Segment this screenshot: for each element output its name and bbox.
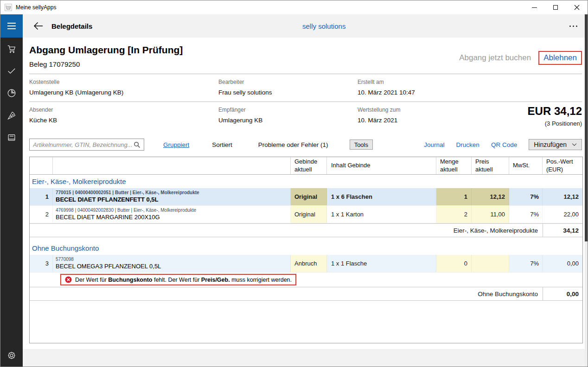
cell-gebinde[interactable]: Anbruch: [291, 255, 327, 272]
meta-label-empfaenger: Empfänger: [218, 107, 358, 113]
gear-icon: [6, 350, 17, 361]
table-header-row: Gebinde aktuell Inhalt Gebinde Menge akt…: [30, 157, 582, 175]
cell-wert: 12,12: [543, 188, 582, 205]
sidebar: [0, 38, 23, 367]
cell-inhalt: 1 x 6 Flaschen: [327, 188, 436, 205]
main-content: Abgang Umlagerung [In Prüfung] Beleg 170…: [23, 38, 588, 367]
cell-gebinde[interactable]: Original: [291, 188, 327, 205]
cell-preis[interactable]: 12,12: [472, 188, 509, 205]
print-link[interactable]: Drucken: [456, 141, 479, 148]
row-number: 2: [30, 206, 53, 223]
brand-label: selly solutions: [302, 22, 345, 30]
col-inhalt: Inhalt Gebinde: [327, 157, 436, 174]
add-button[interactable]: Hinzufügen: [529, 139, 582, 150]
minimize-button[interactable]: [524, 0, 545, 14]
cell-wert: 0,00: [543, 255, 582, 272]
cell-wert: 22,00: [543, 206, 582, 223]
article-name: BECEL DIAET MARGARINE 200X10G: [56, 213, 196, 221]
back-button[interactable]: [33, 21, 44, 31]
meta-label-absender: Absender: [29, 107, 218, 113]
error-icon: [65, 276, 72, 283]
appbar: Belegdetails selly solutions: [0, 14, 588, 38]
sidebar-item-reports[interactable]: [6, 88, 17, 98]
article-meta: 5770098: [56, 256, 161, 263]
back-icon: [33, 21, 44, 31]
subtotal-label: Eier-, Käse-, Molkereiprodukte: [30, 227, 543, 234]
maximize-button[interactable]: [545, 0, 566, 14]
position-count: (3 Positionen): [497, 120, 582, 127]
filter-sorted[interactable]: Sortiert: [212, 141, 232, 148]
cell-preis[interactable]: [472, 255, 509, 272]
footer-bar: [23, 349, 588, 367]
col-preis: Preis aktuell: [472, 157, 509, 174]
search-input[interactable]: [33, 141, 134, 148]
more-icon: [569, 25, 571, 27]
filter-problems[interactable]: Probleme oder Fehler (1): [258, 141, 328, 148]
article-name: BECEL DIAET PFLANZENFETT 0,5L: [56, 196, 199, 204]
search-icon[interactable]: [134, 141, 141, 148]
meta-row-2: Absender Küche KB Empfänger Umlagerung K…: [29, 102, 582, 133]
table-row[interactable]: 1 770015 | 04000400002051 | Butter | Eie…: [30, 188, 582, 206]
group-subtotal-row: Eier-, Käse-, Molkereiprodukte 34,12: [30, 223, 582, 237]
document-number: Beleg 17079250: [29, 60, 183, 68]
cell-preis[interactable]: 11,00: [472, 206, 509, 223]
sidebar-item-journal[interactable]: [6, 133, 17, 143]
menu-icon: [7, 23, 16, 24]
chevron-down-icon: [572, 143, 577, 146]
check-icon: [6, 66, 17, 76]
sidebar-item-food[interactable]: [6, 110, 17, 120]
cart-icon: [6, 44, 17, 54]
qrcode-link[interactable]: QR Code: [491, 141, 517, 148]
meta-value-absender: Küche KB: [29, 117, 218, 124]
meta-value-erstellt: 10. März 2021 10:47: [358, 89, 497, 96]
table-row[interactable]: 2 4769998 | 04000492002830 | Butter | Ei…: [30, 206, 582, 223]
group-subtotal-row: Ohne Buchungskonto 0,00: [30, 287, 582, 301]
close-button[interactable]: [566, 0, 588, 14]
col-wert: Pos.-Wert (EUR): [543, 157, 582, 174]
document-title: Abgang Umlagerung [In Prüfung]: [29, 44, 183, 56]
journal-link[interactable]: Journal: [424, 141, 444, 148]
article-meta: 4769998 | 04000492002830 | Butter | Eier…: [56, 207, 196, 214]
tools-button[interactable]: Tools: [350, 139, 373, 150]
meta-label-kostenstelle: Kostenstelle: [29, 79, 218, 85]
search-box: [29, 139, 144, 151]
book-icon: [6, 133, 17, 143]
cell-menge[interactable]: 2: [436, 206, 472, 223]
meta-label-erstellt: Erstellt am: [358, 79, 497, 85]
window-title: Meine sellyApps: [16, 4, 56, 11]
reject-button[interactable]: Ablehnen: [538, 51, 582, 65]
filter-grouped[interactable]: Gruppiert: [163, 141, 189, 148]
cell-menge[interactable]: 1: [436, 188, 472, 205]
article-name: BECEL OMEGA3 PFLANZENOEL 0,5L: [56, 262, 161, 271]
book-now-button[interactable]: Abgang jetzt buchen: [459, 53, 531, 63]
close-icon: [574, 5, 580, 10]
minimize-icon: [532, 7, 537, 8]
col-mwst: MwSt.: [509, 157, 543, 174]
document-total: EUR 34,12: [497, 105, 582, 118]
maximize-icon: [553, 5, 558, 10]
meta-value-wertstellung: 10. März 2021: [358, 117, 497, 124]
positions-table: Gebinde aktuell Inhalt Gebinde Menge akt…: [29, 157, 583, 343]
scrollbar-thumb[interactable]: [585, 14, 588, 241]
article-meta: 770015 | 04000400002051 | Butter | Eier-…: [56, 190, 199, 196]
toolbar: Gruppiert Sortiert Probleme oder Fehler …: [29, 138, 582, 151]
group-header-molkereiprodukte: Eier-, Käse-, Molkereiprodukte: [30, 175, 582, 188]
col-gebinde: Gebinde aktuell: [291, 157, 327, 174]
sidebar-item-cart[interactable]: [6, 44, 17, 54]
app-logo-icon: [5, 4, 12, 11]
titlebar: Meine sellyApps: [0, 0, 588, 14]
cell-menge[interactable]: 0: [436, 255, 472, 272]
vertical-scrollbar: [585, 14, 588, 367]
meta-row-1: Kostenstelle Umlagerung KB (Umlagerung K…: [29, 74, 582, 102]
settings-button[interactable]: [6, 350, 17, 361]
sidebar-item-tasks[interactable]: [6, 66, 17, 76]
meta-label-wertstellung: Wertstellung zum: [358, 107, 497, 113]
cell-gebinde[interactable]: Original: [291, 206, 327, 223]
menu-button[interactable]: [0, 14, 23, 38]
validation-error: Der Wert für Buchungskonto fehlt. Der We…: [60, 274, 296, 285]
more-button[interactable]: [567, 23, 580, 30]
cell-mwst: 7%: [509, 206, 543, 223]
subtotal-value: 34,12: [543, 224, 582, 237]
table-row[interactable]: 3 5770098 BECEL OMEGA3 PFLANZENOEL 0,5L …: [30, 255, 582, 272]
meta-label-bearbeiter: Bearbeiter: [218, 79, 358, 85]
